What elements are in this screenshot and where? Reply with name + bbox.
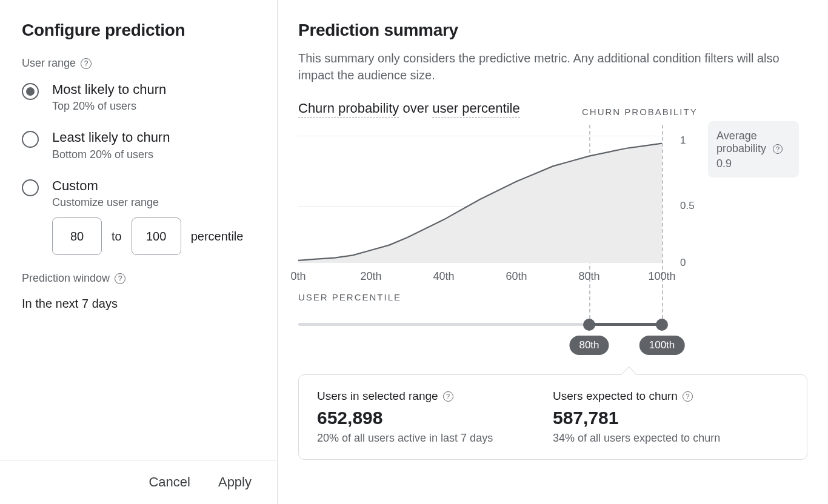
stat-users-in-range-title: Users in selected range (317, 390, 553, 403)
summary-title: Prediction summary (298, 21, 807, 40)
stat-expected-churn-sub: 34% of all users expected to churn (553, 432, 789, 445)
percentile-from-input[interactable]: 80 (52, 217, 102, 255)
prediction-window-value: In the next 7 days (22, 297, 255, 311)
y-tick: 0 (680, 257, 686, 269)
prediction-window-label: Prediction window (22, 272, 255, 285)
chart: CHURN PROBABILITY 1 0.5 0 Average probab… (298, 125, 807, 460)
radio-button-icon (22, 179, 39, 196)
average-probability-tooltip: Average probability 0.9 (708, 121, 799, 177)
radio-most-likely[interactable]: Most likely to churn Top 20% of users (22, 82, 255, 113)
percentile-slider[interactable]: 80th 100th (298, 323, 662, 360)
configure-panel: Configure prediction User range Most lik… (0, 0, 278, 504)
x-tick: 100th (648, 270, 675, 283)
help-icon[interactable] (115, 273, 125, 284)
user-range-radio-group: Most likely to churn Top 20% of users Le… (22, 82, 255, 209)
cancel-button[interactable]: Cancel (145, 474, 193, 491)
slider-thumb-low[interactable] (583, 319, 595, 331)
help-icon[interactable] (81, 58, 92, 69)
x-tick: 20th (360, 270, 381, 283)
apply-button[interactable]: Apply (215, 474, 255, 491)
area-curve (298, 125, 662, 265)
summary-description: This summary only considers the predicti… (298, 50, 807, 84)
slider-thumb-high[interactable] (656, 319, 668, 331)
plot-area: 1 0.5 0 (298, 125, 662, 265)
stat-users-in-range-sub: 20% of all users active in last 7 days (317, 432, 553, 445)
stat-expected-churn-value: 587,781 (553, 408, 789, 428)
stats-card: Users in selected range 652,898 20% of a… (298, 374, 807, 460)
radio-least-likely[interactable]: Least likely to churn Bottom 20% of user… (22, 130, 255, 161)
y-axis-title: CHURN PROBABILITY (582, 107, 698, 117)
help-icon[interactable] (773, 144, 783, 154)
y-tick: 0.5 (680, 200, 695, 212)
summary-panel: Prediction summary This summary only con… (278, 0, 828, 504)
configure-title: Configure prediction (22, 21, 255, 40)
radio-button-icon (22, 131, 39, 148)
stat-users-in-range-value: 652,898 (317, 408, 553, 428)
x-tick: 40th (433, 270, 454, 283)
selection-marker-right (662, 125, 663, 325)
x-ticks: 0th20th40th60th80th100th (298, 270, 662, 286)
help-icon[interactable] (443, 391, 453, 402)
slider-track (298, 323, 662, 326)
radio-button-icon (22, 83, 39, 100)
custom-range-inputs: 80 to 100 percentile (52, 217, 255, 255)
stat-expected-churn-title: Users expected to churn (553, 390, 789, 403)
slider-fill (589, 323, 662, 326)
x-tick: 80th (578, 270, 599, 283)
y-tick: 1 (680, 134, 686, 147)
x-tick: 60th (506, 270, 527, 283)
help-icon[interactable] (683, 391, 693, 402)
percentile-to-input[interactable]: 100 (132, 217, 181, 255)
slider-badge-low: 80th (569, 336, 609, 355)
x-axis-title: USER PERCENTILE (298, 292, 807, 302)
radio-custom[interactable]: Custom Customize user range (22, 178, 255, 209)
user-range-label: User range (22, 57, 255, 70)
chart-title: Churn probability over user percentile (298, 101, 807, 116)
x-tick: 0th (290, 270, 305, 283)
slider-badge-high: 100th (639, 336, 685, 355)
footer-actions: Cancel Apply (0, 460, 277, 504)
